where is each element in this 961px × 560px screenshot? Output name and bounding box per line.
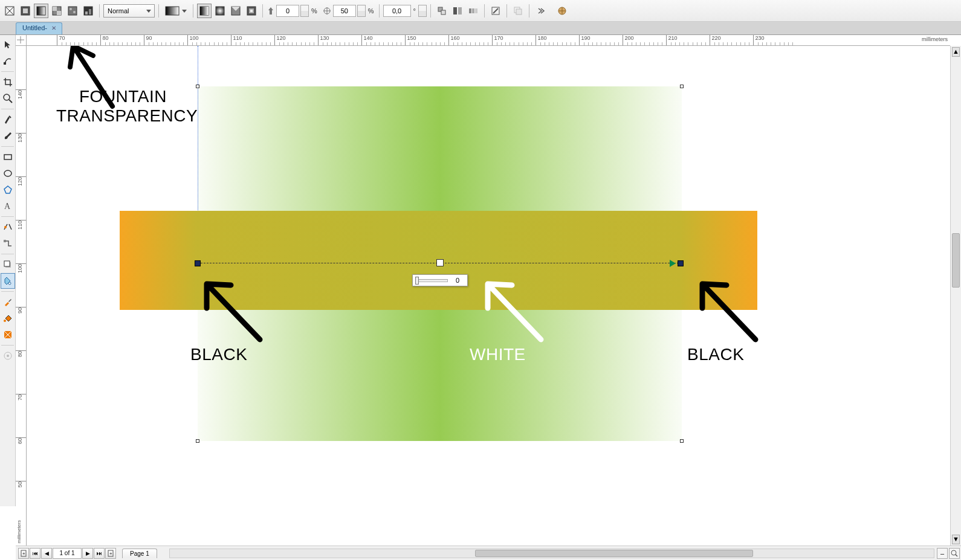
free-scale-button[interactable] bbox=[435, 4, 449, 18]
last-page-button[interactable]: ⏭ bbox=[94, 548, 105, 559]
repeat-button[interactable] bbox=[466, 4, 480, 18]
transparency-mid-node[interactable] bbox=[436, 259, 444, 266]
no-transparency-icon bbox=[5, 6, 15, 16]
node-opacity-input[interactable] bbox=[276, 5, 299, 17]
add-page-after-button[interactable]: + bbox=[105, 548, 116, 559]
page-tab[interactable]: Page 1 bbox=[122, 549, 157, 558]
ellipse-tool[interactable] bbox=[1, 166, 15, 181]
selection-handle-tr[interactable] bbox=[680, 85, 684, 88]
add-page-before-button[interactable]: + bbox=[18, 548, 29, 559]
conical-type-button[interactable] bbox=[228, 4, 243, 18]
svg-rect-31 bbox=[472, 8, 474, 13]
square-type-button[interactable] bbox=[244, 4, 259, 18]
fountain-transparency-button[interactable] bbox=[34, 4, 48, 18]
zoom-tool[interactable] bbox=[1, 91, 15, 106]
selection-handle-tl[interactable] bbox=[196, 85, 199, 88]
selection-handle-br[interactable] bbox=[680, 439, 684, 443]
eyedropper-tool[interactable] bbox=[1, 294, 15, 310]
svg-rect-17 bbox=[200, 7, 209, 15]
slider-track[interactable] bbox=[415, 279, 448, 282]
ruler-tick: 130 bbox=[16, 133, 27, 143]
ruler-units-label: millimeters bbox=[922, 36, 948, 42]
freehand-tool[interactable] bbox=[1, 112, 15, 127]
transparency-tool[interactable] bbox=[1, 273, 15, 289]
page-counter[interactable]: 1 of 1 bbox=[53, 548, 82, 559]
options-tool[interactable] bbox=[1, 348, 15, 364]
pattern-transparency-button[interactable] bbox=[50, 4, 64, 18]
scroll-up-button[interactable]: ▲ bbox=[952, 47, 960, 57]
zoom-out-button[interactable]: – bbox=[937, 548, 948, 559]
copy-transparency-button[interactable] bbox=[511, 4, 525, 18]
options-icon bbox=[3, 351, 13, 361]
ruler-tick: 50 bbox=[16, 481, 27, 488]
slider-thumb[interactable] bbox=[415, 277, 419, 285]
vertical-ruler[interactable]: millimeters 1401301201101009080706050 bbox=[16, 46, 27, 546]
horizontal-scrollbar[interactable] bbox=[169, 549, 934, 558]
next-page-button[interactable]: ▶ bbox=[82, 548, 93, 559]
svg-rect-13 bbox=[85, 11, 88, 14]
svg-text:A: A bbox=[4, 202, 11, 211]
fill-tool[interactable] bbox=[1, 311, 15, 326]
scroll-down-button[interactable]: ▼ bbox=[952, 535, 960, 544]
svg-rect-22 bbox=[250, 10, 253, 12]
midpoint-input[interactable] bbox=[333, 5, 356, 17]
text-tool[interactable]: A bbox=[1, 198, 15, 214]
connector-icon bbox=[3, 239, 13, 248]
svg-text:+: + bbox=[109, 551, 112, 556]
midpoint-icon bbox=[322, 6, 332, 16]
pattern-icon bbox=[52, 6, 62, 16]
zoom-icon bbox=[3, 94, 13, 103]
selection-handle-bl[interactable] bbox=[196, 439, 199, 443]
bitmap-transparency-button[interactable] bbox=[81, 4, 95, 18]
prev-page-button[interactable]: ◀ bbox=[41, 548, 52, 559]
document-tab[interactable]: Untitled- ✕ bbox=[16, 22, 62, 34]
svg-point-49 bbox=[8, 282, 11, 285]
page-plus-icon: + bbox=[107, 550, 114, 557]
first-page-button[interactable]: ⏮ bbox=[30, 548, 40, 559]
connector-tool[interactable] bbox=[1, 236, 15, 251]
dimension-tool[interactable] bbox=[1, 219, 15, 235]
transparency-picker-button[interactable] bbox=[163, 4, 189, 18]
drop-shadow-tool[interactable] bbox=[1, 257, 15, 272]
degree-label: ° bbox=[413, 7, 416, 14]
texture-transparency-button[interactable] bbox=[65, 4, 80, 18]
edit-transparency-button[interactable] bbox=[488, 4, 503, 18]
opacity-spinner[interactable] bbox=[300, 5, 309, 17]
uniform-icon bbox=[21, 6, 30, 16]
uniform-transparency-button[interactable] bbox=[18, 4, 33, 18]
horizontal-ruler[interactable]: millimeters 7080901001101201301401501601… bbox=[16, 35, 950, 46]
smart-fill-tool[interactable] bbox=[1, 327, 15, 343]
blend-mode-select[interactable]: Normal bbox=[103, 4, 155, 18]
crop-tool[interactable] bbox=[1, 74, 15, 90]
no-transparency-button[interactable] bbox=[2, 4, 17, 18]
mirror-button[interactable] bbox=[450, 4, 465, 18]
midpoint-spinner[interactable] bbox=[357, 5, 366, 17]
angle-spinner[interactable] bbox=[418, 5, 427, 17]
transparency-end-arrow[interactable] bbox=[670, 260, 676, 267]
radial-type-button[interactable] bbox=[213, 4, 227, 18]
scroll-thumb-h[interactable] bbox=[475, 550, 753, 557]
overflow-button[interactable] bbox=[533, 4, 548, 18]
pick-tool[interactable] bbox=[1, 37, 15, 53]
vertical-scrollbar[interactable]: ▲ ▼ bbox=[950, 46, 961, 546]
node-transparency-slider[interactable]: 0 bbox=[412, 274, 468, 286]
canvas[interactable]: 0 FOUNTAIN TRANSPARENCY BLACK WHITE BLAC… bbox=[27, 46, 950, 546]
artistic-media-tool[interactable] bbox=[1, 128, 15, 144]
angle-input[interactable] bbox=[383, 5, 411, 17]
tool-separator bbox=[1, 291, 14, 292]
zoom-in-button[interactable] bbox=[949, 548, 960, 559]
rectangle-tool[interactable] bbox=[1, 149, 15, 165]
polygon-icon bbox=[3, 185, 13, 195]
brush-icon bbox=[3, 131, 13, 141]
scroll-thumb-v[interactable] bbox=[952, 233, 960, 288]
zoom-icon bbox=[951, 550, 958, 557]
freeze-button[interactable] bbox=[555, 4, 569, 18]
polygon-tool[interactable] bbox=[1, 182, 15, 198]
svg-point-53 bbox=[7, 355, 9, 357]
transparency-end-node[interactable] bbox=[678, 260, 684, 266]
close-tab-icon[interactable]: ✕ bbox=[51, 25, 59, 32]
shape-tool[interactable] bbox=[1, 53, 15, 69]
linear-type-button[interactable] bbox=[197, 4, 212, 18]
transparency-start-node[interactable] bbox=[195, 260, 201, 266]
ruler-origin-corner[interactable] bbox=[16, 35, 27, 46]
